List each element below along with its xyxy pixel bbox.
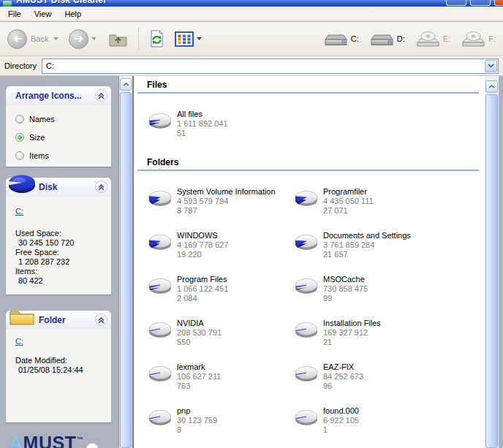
used-space-label: Used Space: (15, 229, 111, 238)
disk-panel-title: Disk (39, 182, 57, 192)
disk-drive-link[interactable]: C: (15, 207, 23, 216)
pie-chart-icon (147, 276, 173, 297)
item-system-volume-information[interactable]: System Volume Information4 593 579 7948 … (147, 187, 293, 231)
menu-item-view[interactable]: View (28, 8, 58, 20)
radio-option-names[interactable]: Names (6, 110, 111, 128)
up-folder-button[interactable] (108, 31, 128, 48)
drive-button-c[interactable]: C: (325, 31, 359, 48)
pie-chart-icon (293, 189, 319, 209)
item-name: EAZ-FIX (323, 362, 363, 372)
refresh-button[interactable] (149, 29, 164, 49)
item-found-000[interactable]: found.0006 922 1051 (293, 406, 439, 448)
item-nvidia[interactable]: NVIDIA208 530 791550 (147, 319, 293, 362)
scrollbar-thumb[interactable] (485, 94, 498, 448)
toolbar: Back (0, 22, 503, 56)
forward-button[interactable] (69, 29, 88, 49)
window-title: AMUST Disk Cleaner (16, 0, 107, 5)
radio-option-items[interactable]: Items (6, 146, 111, 164)
item-count: 21 657 (323, 250, 411, 259)
radio-button-icon[interactable] (15, 133, 24, 142)
back-dropdown-caret[interactable] (53, 37, 58, 40)
views-dropdown-caret[interactable] (197, 37, 202, 40)
folder-panel-header[interactable]: Folder (6, 311, 111, 330)
item-count: 1 (323, 425, 359, 435)
folder-panel: Folder C: Date Modified: 01/25/08 15:24:… (6, 311, 111, 422)
item-documents-and-settings[interactable]: Documents and Settings3 761 859 28421 65… (293, 231, 439, 275)
folder-drive-link[interactable]: C: (15, 337, 23, 346)
item-pnp[interactable]: pnp30 123 7598 (147, 406, 293, 448)
sidebar: Arrange Icons... NamesSizeItems Disk (0, 76, 118, 448)
item-count: 21 (323, 338, 381, 347)
arrange-panel-header[interactable]: Arrange Icons... (6, 86, 111, 105)
item-size: 4 593 579 794 (177, 197, 276, 206)
used-space-value: 30 245 150 720 (15, 238, 111, 248)
item-programfiler[interactable]: Programfiler4 435 050 11127 071 (293, 187, 439, 231)
items-grid: System Volume Information4 593 579 7948 … (147, 187, 485, 448)
toolbar-nav-group: Back (7, 28, 205, 50)
drive-buttons: C:D:E:F: (325, 31, 496, 48)
pie-chart-icon (293, 276, 319, 297)
item-installation-files[interactable]: Installation Files169 327 91221 (293, 319, 439, 362)
refresh-icon (149, 29, 164, 49)
item-program-files[interactable]: Program Files1 066 122 4512 084 (147, 275, 293, 319)
scroll-up-button[interactable] (485, 80, 498, 93)
item-name: NVIDIA (177, 319, 222, 328)
item-text: found.0006 922 1051 (323, 406, 359, 448)
menu-bar: FileViewHelp (0, 7, 503, 21)
item-size: 106 627 211 (177, 372, 221, 381)
forward-dropdown-caret[interactable] (91, 37, 97, 40)
item-msocache[interactable]: MSOCache730 858 47599 (293, 275, 439, 319)
radio-option-size[interactable]: Size (6, 128, 111, 146)
item-count: 51 (177, 129, 228, 138)
sidebar-scrollbar[interactable] (118, 76, 132, 448)
item-size: 169 327 912 (323, 328, 381, 338)
items-value: 80 422 (15, 276, 111, 286)
chevron-up-icon[interactable] (95, 89, 107, 102)
main-content: FilesAll files1 611 892 04151FoldersSyst… (132, 76, 485, 448)
disk-panel-header[interactable]: Disk (6, 178, 111, 197)
item-eaz-fix[interactable]: EAZ-FIX84 252 67396 (293, 362, 439, 406)
radio-label: Names (29, 115, 55, 124)
drive-button-e[interactable]: E: (417, 31, 450, 48)
pie-chart-icon (147, 189, 173, 209)
radio-button-icon[interactable] (15, 151, 24, 160)
item-name: pnp (177, 406, 217, 416)
back-button[interactable] (7, 29, 27, 49)
close-button[interactable] (494, 0, 503, 6)
chevron-up-icon[interactable] (95, 314, 107, 326)
scroll-up-button[interactable] (120, 78, 132, 91)
item-count: 763 (177, 381, 221, 391)
main-scrollbar[interactable] (485, 76, 499, 448)
items-grid: All files1 611 892 04151 (147, 110, 485, 153)
drive-button-f[interactable]: F: (462, 31, 496, 48)
arrange-panel-title: Arrange Icons... (15, 91, 82, 101)
item-size: 6 922 105 (323, 416, 359, 425)
item-text: lexmark106 627 211763 (177, 362, 221, 406)
radio-button-icon[interactable] (15, 115, 24, 124)
disk-panel: Disk C: Used Space: 30 245 150 720 Free … (6, 178, 111, 295)
section-title-files: Files (147, 80, 485, 90)
item-all-files[interactable]: All files1 611 892 04151 (147, 110, 293, 153)
scrollbar-thumb[interactable] (120, 92, 132, 448)
radio-label: Items (29, 151, 49, 160)
item-text: Programfiler4 435 050 11127 071 (323, 187, 374, 231)
drive-button-d[interactable]: D: (371, 31, 405, 48)
app-icon (3, 1, 12, 7)
item-windows[interactable]: WINDOWS4 169 778 62719 220 (147, 231, 293, 275)
maximize-button[interactable] (470, 0, 491, 6)
chevron-up-icon[interactable] (95, 181, 107, 193)
minimize-button[interactable] (446, 0, 466, 6)
section-divider (137, 170, 479, 171)
menu-item-help[interactable]: Help (58, 8, 88, 20)
item-name: lexmark (177, 362, 221, 372)
menu-item-file[interactable]: File (1, 8, 28, 20)
item-text: Program Files1 066 122 4512 084 (177, 275, 228, 319)
item-count: 96 (323, 381, 363, 391)
item-lexmark[interactable]: lexmark106 627 211763 (147, 362, 293, 406)
directory-bar: Directory C: (0, 56, 503, 76)
item-count: 8 (177, 425, 217, 435)
directory-combobox[interactable]: C: (42, 58, 499, 74)
directory-dropdown-button[interactable] (485, 60, 497, 72)
item-name: Programfiler (323, 187, 374, 197)
views-button[interactable] (175, 31, 194, 47)
